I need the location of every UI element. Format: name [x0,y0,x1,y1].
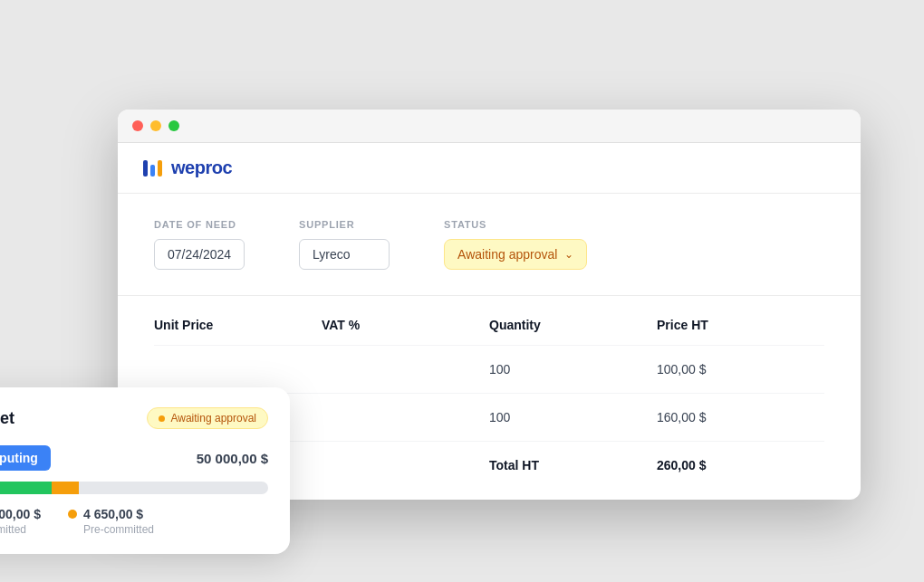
close-button[interactable] [132,120,143,131]
mac-window: weproc DATE OF NEED 07/24/2024 SUPPLIER … [118,110,861,500]
computing-tag[interactable]: Computing [0,445,51,471]
status-value: Awaiting approval [457,247,557,262]
yellow-dot-icon [68,510,77,519]
committed-label: Committed [0,523,41,536]
supplier-value[interactable]: Lyreco [299,239,390,270]
committed-amount-row: 15 000,00 $ [0,507,41,521]
supplier-field: SUPPLIER Lyreco [299,219,390,270]
status-field: STATUS Awaiting approval ⌄ [444,219,587,270]
date-of-need-field: DATE OF NEED 07/24/2024 [154,219,245,270]
precommitted-amount-row: 4 650,00 $ [68,507,154,521]
logo-text: weproc [171,157,232,178]
committed-legend: 15 000,00 $ Committed [0,507,41,536]
minimize-button[interactable] [150,120,161,131]
total-label: Total HT [489,458,657,472]
supplier-label: SUPPLIER [299,219,390,230]
fields-row: DATE OF NEED 07/24/2024 SUPPLIER Lyreco … [154,219,824,270]
date-of-need-value[interactable]: 07/24/2024 [154,239,245,270]
row1-vat [322,362,489,377]
maximize-button[interactable] [168,120,179,131]
budget-total-amount: 50 000,00 $ [197,451,268,466]
chevron-down-icon: ⌄ [564,248,573,261]
row1-price-ht: 100,00 $ [657,362,824,377]
titlebar [118,110,861,143]
date-of-need-label: DATE OF NEED [154,219,245,230]
order-details: DATE OF NEED 07/24/2024 SUPPLIER Lyreco … [118,194,861,296]
progress-bar [0,482,268,494]
row2-quantity: 100 [489,410,657,425]
table-header: Unit Price VAT % Quantity Price HT [154,318,824,346]
precommitted-label: Pre-committed [83,523,154,536]
logo-bar-3 [158,160,162,177]
app-header: weproc [118,143,861,194]
logo-icon [143,160,162,177]
budget-status-badge: Awaiting approval [147,407,268,429]
budget-status-text: Awaiting approval [170,412,256,425]
row1-quantity: 100 [489,362,657,377]
status-badge[interactable]: Awaiting approval ⌄ [444,239,587,270]
budget-title: Budget [0,409,14,428]
logo-bar-2 [150,165,155,177]
progress-committed-bar [0,482,52,494]
col-quantity: Quantity [489,318,657,332]
total-value: 260,00 $ [657,458,824,472]
budget-card: Budget Awaiting approval Computing 50 00… [0,387,290,554]
col-price-ht: Price HT [657,318,824,332]
row2-price-ht: 160,00 $ [657,410,824,425]
precommitted-legend: 4 650,00 $ Pre-committed [68,507,154,536]
awaiting-dot-icon [159,415,165,422]
row1-unit-price [154,362,322,377]
col-vat: VAT % [322,318,489,332]
committed-amount: 15 000,00 $ [0,507,41,521]
col-unit-price: Unit Price [154,318,322,332]
legend-row: 15 000,00 $ Committed 4 650,00 $ Pre-com… [0,507,268,536]
logo-bar-1 [143,160,148,177]
precommitted-amount: 4 650,00 $ [83,507,143,521]
computing-row: Computing 50 000,00 $ [0,445,268,471]
progress-precommitted-bar [52,482,80,494]
budget-header: Budget Awaiting approval [0,407,268,429]
row2-vat [322,410,489,425]
status-label: STATUS [444,219,587,230]
